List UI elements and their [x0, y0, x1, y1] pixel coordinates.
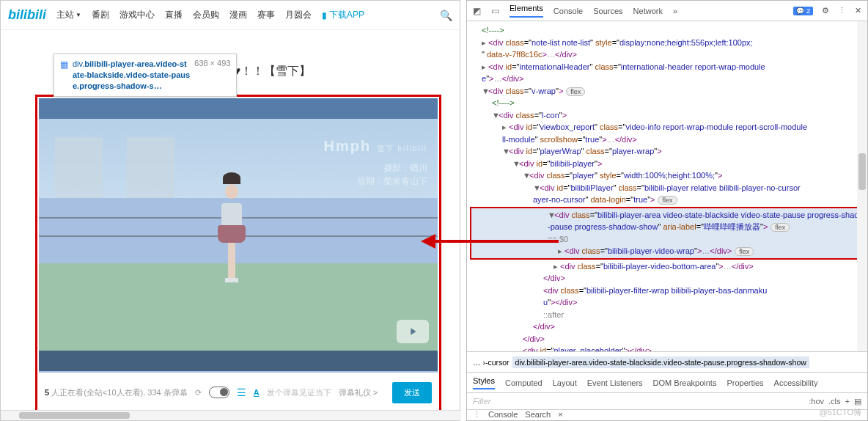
breadcrumb[interactable]: … ›-cursor div.bilibili-player-area.vide… [467, 351, 867, 372]
tab-layout[interactable]: Layout [553, 378, 577, 387]
danmaku-bar: 5 人正在看(全站<10人在看), 334 条弹幕 ⟳ ☰ A 发个弹幕见证当下… [39, 374, 438, 411]
overlay-credits: 摄影：晴川后期：柴米青山下 [357, 161, 427, 188]
nav-live[interactable]: 直播 [165, 9, 183, 21]
chevron-down-icon: ▼ [76, 12, 81, 18]
dom-tree[interactable]: <!----> ▸<div class="note-list note-list… [467, 21, 867, 351]
tab-styles[interactable]: Styles [473, 376, 495, 389]
vertical-scrollbar[interactable] [857, 21, 867, 351]
danmaku-rites-link[interactable]: 弹幕礼仪 > [339, 387, 378, 398]
tab-elements[interactable]: Elements [510, 4, 543, 18]
overlay-title: Hmph 雪下 bilibili [324, 138, 427, 155]
nav-game[interactable]: 游戏中心 [119, 9, 155, 21]
danmaku-settings-icon[interactable]: ☰ [237, 387, 246, 398]
inspect-icon[interactable]: ◩ [473, 6, 481, 16]
tab-computed[interactable]: Computed [505, 378, 542, 387]
tab-accessibility[interactable]: Accessibility [774, 378, 818, 387]
horizontal-scrollbar[interactable] [1, 410, 461, 420]
tooltip-dims: 638 × 493 [194, 59, 230, 92]
danmaku-toggle[interactable] [209, 387, 229, 398]
tab-properties[interactable]: Properties [727, 378, 763, 387]
styles-tabs: Styles Computed Layout Event Listeners D… [467, 372, 867, 392]
cls-toggle[interactable]: .cls [828, 397, 841, 406]
tab-eventlisteners[interactable]: Event Listeners [587, 378, 643, 387]
styles-filter-input[interactable]: Filter [473, 397, 490, 406]
devtools-panel: ◩ ▭ Elements Console Sources Network » 💬… [466, 0, 868, 421]
device-icon[interactable]: ▭ [491, 6, 499, 16]
tab-network[interactable]: Network [633, 7, 663, 15]
tab-dombreakpoints[interactable]: DOM Breakpoints [653, 378, 717, 387]
breadcrumb-selected[interactable]: div.bilibili-player-area.video-state-bla… [512, 356, 809, 368]
error-badge[interactable]: 💬 2 [793, 7, 813, 15]
video-subject [214, 188, 249, 299]
hov-toggle[interactable]: :hov [809, 397, 824, 406]
drawer-kebab-icon[interactable]: ⋮ [473, 410, 481, 420]
svg-marker-1 [421, 234, 435, 249]
player-highlight-box: Hmph 雪下 bilibili 摄影：晴川后期：柴米青山下 5 人正在看(全站… [35, 95, 441, 414]
play-button[interactable] [397, 320, 429, 343]
danmaku-send-button[interactable]: 发送 [392, 382, 432, 403]
phone-icon: ▮ [322, 10, 327, 21]
drawer-search[interactable]: Search [525, 410, 551, 419]
danmaku-input[interactable]: 发个弹幕见证当下 [267, 387, 331, 398]
drawer-console[interactable]: Console [488, 410, 518, 419]
tabs-more[interactable]: » [673, 7, 677, 15]
dom-comment: <!----> [467, 24, 867, 37]
nav-shop[interactable]: 会员购 [193, 9, 219, 21]
nav-bangumi[interactable]: 番剧 [92, 9, 109, 21]
inspect-overlay: Hmph 雪下 bilibili 摄影：晴川后期：柴米青山下 [39, 98, 438, 373]
close-icon[interactable]: × [558, 410, 562, 419]
refresh-icon[interactable]: ⟳ [195, 388, 202, 398]
nav-download[interactable]: ▮下载APP [322, 9, 364, 21]
nav-manga[interactable]: 漫画 [229, 9, 247, 21]
nav-match[interactable]: 赛事 [257, 9, 275, 21]
tab-console[interactable]: Console [553, 7, 583, 15]
drawer-tabs: ⋮ Console Search × [467, 409, 867, 420]
inspect-tooltip: ▦ div.bilibili-player-area.video-st ate-… [54, 54, 237, 97]
site-logo[interactable]: bilibili [8, 7, 46, 23]
nav-main[interactable]: 主站▼ [56, 9, 81, 21]
player-bottom-band [39, 351, 438, 371]
close-icon[interactable]: ✕ [855, 6, 861, 15]
watermark: @51CTO博 [820, 407, 861, 418]
top-nav: bilibili 主站▼ 番剧 游戏中心 直播 会员购 漫画 赛事 月圆会 ▮下… [1, 1, 460, 30]
viewer-stat: 5 人正在看(全站<10人在看), 334 条弹幕 [45, 387, 188, 398]
font-style-icon[interactable]: A [254, 388, 260, 397]
styles-filter-row: Filter :hov .cls + ▤ [467, 392, 867, 410]
tooltip-text: div.bilibili-player-area.video-st ate-bl… [73, 59, 190, 92]
settings-icon[interactable]: ⚙ [822, 6, 829, 15]
pin-icon[interactable]: ▤ [854, 397, 861, 406]
layout-icon: ▦ [60, 59, 68, 92]
search-icon[interactable]: 🔍 [440, 10, 452, 21]
annotation-arrow [421, 227, 560, 256]
tab-sources[interactable]: Sources [593, 7, 622, 15]
new-style-button[interactable]: + [845, 397, 850, 406]
video-frame: Hmph 雪下 bilibili 摄影：晴川后期：柴米青山下 [39, 119, 438, 352]
kebab-icon[interactable]: ⋮ [838, 6, 846, 15]
devtools-toolbar: ◩ ▭ Elements Console Sources Network » 💬… [467, 1, 867, 21]
browser-page: bilibili 主站▼ 番剧 游戏中心 直播 会员购 漫画 赛事 月圆会 ▮下… [0, 0, 460, 421]
nav-moon[interactable]: 月圆会 [285, 9, 312, 21]
